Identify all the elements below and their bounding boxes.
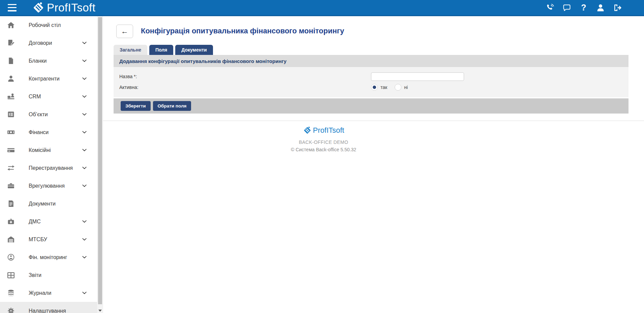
scrollbar-down-arrow-icon[interactable] (98, 310, 102, 312)
gear-icon (7, 307, 15, 313)
sidebar-item-label: Контрагенти (29, 76, 60, 82)
chevron-down-icon (82, 76, 87, 81)
money-icon (7, 128, 15, 136)
name-input[interactable] (371, 72, 464, 81)
sidebar-item-crm[interactable]: CRM (0, 88, 103, 105)
sidebar-item-label: Налаштування (29, 308, 66, 313)
panel-header: Додавання конфігурації опитувальників фі… (114, 55, 628, 67)
document-icon (7, 200, 15, 208)
arrows-icon (7, 164, 15, 172)
chevron-down-icon (82, 255, 87, 260)
chevron-down-icon (82, 165, 87, 170)
radio-label-no: ні (404, 85, 408, 90)
brand-diamond-icon (32, 1, 45, 14)
sidebar-item-claims[interactable]: Врегулювання (0, 177, 103, 195)
sidebar-item-documents[interactable]: Документи (0, 195, 103, 213)
table-icon (7, 271, 15, 279)
chat-icon[interactable] (562, 3, 571, 12)
radio-label-yes: так (380, 85, 387, 90)
sidebar-item-label: Договори (29, 40, 52, 46)
name-field-label: Назва *: (114, 74, 371, 79)
sidebar-item-settings[interactable]: Налаштування (0, 302, 103, 313)
save-button[interactable]: Зберегти (121, 101, 151, 111)
footer-demo-label: BACK-OFFICE DEMO (103, 139, 544, 145)
sidebar-item-label: ДМС (29, 219, 41, 225)
sidebar-item-fin-monitoring[interactable]: Фін. моніторинг (0, 248, 103, 266)
garage-icon (7, 236, 15, 244)
sidebar-item-objects[interactable]: Об’єкти (0, 105, 103, 123)
sidebar-item-blanks[interactable]: Бланки (0, 52, 103, 70)
active-field-label: Активна: (114, 85, 371, 90)
brand-text: ProfITsoft (47, 1, 95, 14)
form-row-active: Активна: так ні (114, 82, 628, 93)
database-icon (7, 289, 15, 297)
logout-icon[interactable] (613, 3, 622, 12)
footer-brand-logo: ProfITsoft (303, 126, 344, 135)
sidebar-item-label: Журнали (29, 290, 51, 296)
sidebar-item-counterparties[interactable]: Контрагенти (0, 70, 103, 88)
tab-documents[interactable]: Документи (175, 45, 213, 55)
sidebar: Робочий стіл Договори Бланки Контрагенти (0, 16, 103, 313)
medkit-icon (7, 218, 15, 226)
radio-unselected-icon[interactable] (395, 84, 401, 91)
hamburger-icon[interactable] (8, 4, 18, 11)
tab-fields[interactable]: Поля (149, 45, 173, 55)
sidebar-item-label: МТСБУ (29, 237, 47, 243)
sidebar-item-journals[interactable]: Журнали (0, 284, 103, 302)
sidebar-item-commissions[interactable]: Комісійні (0, 141, 103, 159)
help-icon[interactable]: ? (579, 3, 588, 12)
contract-icon (7, 39, 15, 47)
sidebar-scrollbar[interactable] (97, 16, 103, 313)
sidebar-item-mtsbu[interactable]: МТСБУ (0, 230, 103, 248)
page-footer: ProfITsoft BACK-OFFICE DEMO © Система Ba… (103, 121, 644, 152)
chevron-down-icon (82, 130, 87, 135)
tab-bar: Загальне Поля Документи (114, 45, 213, 55)
monitoring-icon (7, 253, 15, 261)
sidebar-item-contracts[interactable]: Договори (0, 34, 103, 52)
footer-brand-text: ProfITsoft (313, 126, 344, 135)
back-button[interactable]: ← (116, 25, 133, 38)
sidebar-item-label: Комісійні (29, 147, 51, 153)
home-icon (7, 21, 15, 29)
sidebar-item-reports[interactable]: Звіти (0, 266, 103, 284)
chevron-down-icon (82, 58, 87, 63)
user-icon[interactable] (596, 3, 605, 12)
form-panel: Додавання конфігурації опитувальників фі… (114, 55, 628, 114)
page-title: Конфігурація опитувальника фінансового м… (141, 27, 344, 35)
scrollbar-thumb[interactable] (98, 17, 102, 304)
radio-option-yes[interactable]: так (371, 84, 387, 91)
phone-icon[interactable] (546, 3, 554, 12)
brand-logo[interactable]: ProfITsoft (32, 1, 95, 14)
sidebar-item-label: Врегулювання (29, 183, 65, 189)
panel-body: Назва *: Активна: так ні (114, 67, 628, 97)
top-bar: ProfITsoft ? (0, 0, 644, 16)
footer-brand-diamond-icon (303, 126, 312, 135)
select-fields-button[interactable]: Обрати поля (153, 101, 191, 111)
chevron-down-icon (82, 148, 87, 153)
sidebar-item-label: Документи (29, 201, 56, 207)
sidebar-item-label: Бланки (29, 58, 47, 64)
sidebar-item-dms[interactable]: ДМС (0, 213, 103, 230)
objects-icon (7, 111, 15, 119)
sidebar-item-desktop[interactable]: Робочий стіл (0, 16, 103, 34)
sidebar-item-reinsurance[interactable]: Перестрахування (0, 159, 103, 177)
chevron-down-icon (82, 290, 87, 295)
button-bar: Зберегти Обрати поля (114, 98, 628, 114)
help-glyph: ? (581, 3, 586, 12)
tab-general[interactable]: Загальне (114, 45, 147, 55)
chevron-down-icon (82, 112, 87, 117)
sidebar-item-finance[interactable]: Фінанси (0, 123, 103, 141)
blank-icon (7, 57, 15, 65)
chevron-down-icon (82, 94, 87, 99)
main-content: ← Конфігурація опитувальника фінансового… (103, 16, 644, 313)
sidebar-item-label: Об’єкти (29, 112, 48, 118)
card-icon (7, 146, 15, 154)
radio-option-no[interactable]: ні (395, 84, 408, 91)
sidebar-item-label: Перестрахування (29, 165, 73, 171)
footer-copyright: © Система Back-office 5.50.32 (103, 147, 544, 152)
radio-selected-icon[interactable] (371, 84, 378, 91)
person-icon (7, 75, 15, 83)
chevron-down-icon (82, 219, 87, 224)
chevron-down-icon (82, 237, 87, 242)
sidebar-item-label: Фінанси (29, 129, 49, 135)
